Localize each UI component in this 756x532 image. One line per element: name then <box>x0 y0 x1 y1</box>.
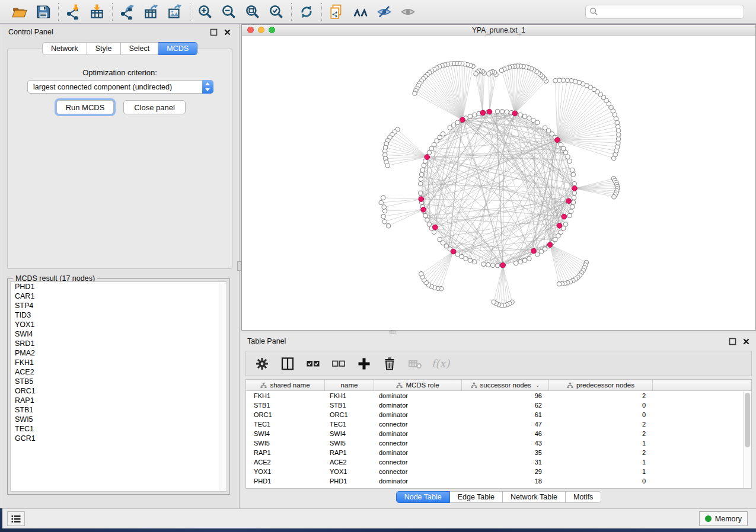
ring-node[interactable] <box>562 146 566 150</box>
column-header-name[interactable]: name <box>325 380 374 390</box>
ring-node[interactable] <box>572 181 576 185</box>
leaf-node[interactable] <box>379 200 383 204</box>
leaf-node[interactable] <box>385 164 390 168</box>
close-panel-icon[interactable] <box>742 338 750 345</box>
mcds-result-item[interactable]: SWI4 <box>11 329 227 339</box>
show-graphics-button[interactable] <box>399 3 417 21</box>
leaf-node[interactable] <box>381 196 385 200</box>
mcds-result-item[interactable]: TEC1 <box>11 424 227 434</box>
mcds-hub-node[interactable] <box>531 248 537 254</box>
mcds-result-item[interactable]: PHD1 <box>11 282 227 291</box>
tab-mcds[interactable]: MCDS <box>158 42 197 55</box>
leaf-node[interactable] <box>382 205 386 209</box>
ring-node[interactable] <box>563 222 567 226</box>
table-row[interactable]: RAP1RAP1dominator352 <box>246 448 751 457</box>
leaf-node[interactable] <box>413 91 417 95</box>
open-session-button[interactable] <box>11 3 28 21</box>
first-neighbors-button[interactable] <box>352 3 369 21</box>
leaf-node[interactable] <box>381 214 385 219</box>
ring-node[interactable] <box>468 258 472 262</box>
settings-button[interactable] <box>254 356 270 371</box>
ring-node[interactable] <box>543 247 547 251</box>
mcds-result-item[interactable]: YOX1 <box>11 320 227 329</box>
zoom-fit-button[interactable] <box>244 3 261 21</box>
ring-node[interactable] <box>422 164 426 168</box>
ring-node[interactable] <box>451 123 455 127</box>
mcds-hub-node[interactable] <box>562 214 567 219</box>
ring-node[interactable] <box>425 218 429 222</box>
leaf-node[interactable] <box>382 209 387 213</box>
select-all-button[interactable] <box>305 356 321 371</box>
mcds-hub-node[interactable] <box>421 207 426 213</box>
ring-node[interactable] <box>570 168 575 172</box>
ring-node[interactable] <box>513 261 518 265</box>
import-network-button[interactable] <box>65 3 82 21</box>
ring-node[interactable] <box>455 252 460 257</box>
mcds-result-item[interactable]: ACE2 <box>11 367 227 377</box>
ring-node[interactable] <box>531 118 535 122</box>
leaf-node[interactable] <box>557 282 561 286</box>
export-table-button[interactable] <box>142 3 160 21</box>
mcds-result-item[interactable]: PMA2 <box>11 348 227 358</box>
leaf-node[interactable] <box>616 141 620 145</box>
leaf-node[interactable] <box>615 124 620 129</box>
mcds-hub-node[interactable] <box>487 109 492 114</box>
table-row[interactable]: STB1STB1dominator620 <box>246 400 751 410</box>
ring-node[interactable] <box>570 204 575 209</box>
ring-node[interactable] <box>419 177 423 181</box>
ring-node[interactable] <box>522 114 527 118</box>
column-header-MCDS-role[interactable]: MCDS role <box>374 380 462 390</box>
table-row[interactable]: FKH1FKH1dominator962 <box>246 391 751 400</box>
ring-node[interactable] <box>460 254 464 258</box>
mcds-hub-node[interactable] <box>572 186 578 191</box>
scrollbar-thumb[interactable] <box>745 393 750 447</box>
leaf-node[interactable] <box>612 194 616 198</box>
ring-node[interactable] <box>571 172 575 177</box>
ring-node[interactable] <box>429 146 433 150</box>
leaf-node[interactable] <box>386 224 390 228</box>
unselect-all-button[interactable] <box>331 356 346 371</box>
mcds-hub-node[interactable] <box>451 249 456 254</box>
ring-node[interactable] <box>518 113 522 117</box>
ring-node[interactable] <box>527 257 531 261</box>
ring-node[interactable] <box>572 196 576 200</box>
tab-network-table[interactable]: Network Table <box>503 491 566 503</box>
table-scrollbar[interactable] <box>743 392 751 488</box>
column-header-shared-name[interactable]: shared name <box>246 380 325 390</box>
table-row[interactable]: ACE2ACE2connector311 <box>246 457 751 467</box>
leaf-node[interactable] <box>616 137 620 141</box>
ring-node[interactable] <box>419 191 423 195</box>
zoom-selected-button[interactable] <box>267 3 285 21</box>
ring-node[interactable] <box>559 230 563 234</box>
zoom-in-button[interactable] <box>196 3 214 21</box>
mcds-hub-node[interactable] <box>557 223 562 229</box>
memory-button[interactable]: Memory <box>699 511 748 526</box>
leaf-node[interactable] <box>616 129 620 133</box>
network-canvas[interactable] <box>242 36 755 330</box>
leaf-node[interactable] <box>615 145 620 149</box>
ring-node[interactable] <box>432 230 436 234</box>
ring-node[interactable] <box>420 168 425 172</box>
column-browse-button[interactable] <box>280 356 295 371</box>
ring-node[interactable] <box>427 222 431 226</box>
leaf-node[interactable] <box>553 79 557 83</box>
vertical-splitter[interactable] <box>237 24 241 508</box>
table-row[interactable]: SWI4SWI4dominator462 <box>246 429 751 438</box>
zoom-out-button[interactable] <box>220 3 238 21</box>
ring-node[interactable] <box>481 262 486 266</box>
delete-button[interactable] <box>382 356 397 371</box>
mcds-hub-node[interactable] <box>480 110 486 116</box>
tab-motifs[interactable]: Motifs <box>566 491 601 503</box>
ring-node[interactable] <box>500 110 504 114</box>
ring-node[interactable] <box>473 113 477 117</box>
mcds-hub-node[interactable] <box>555 137 560 143</box>
tab-select[interactable]: Select <box>121 42 159 55</box>
ring-node[interactable] <box>427 150 431 155</box>
mcds-result-item[interactable]: FKH1 <box>11 358 227 367</box>
ring-node[interactable] <box>438 238 442 242</box>
column-header-successor-nodes[interactable]: successor nodes⌄ <box>462 380 549 390</box>
leaf-node[interactable] <box>474 72 478 76</box>
save-session-button[interactable] <box>34 3 52 21</box>
leaf-node[interactable] <box>382 220 387 224</box>
leaf-node[interactable] <box>487 72 491 76</box>
